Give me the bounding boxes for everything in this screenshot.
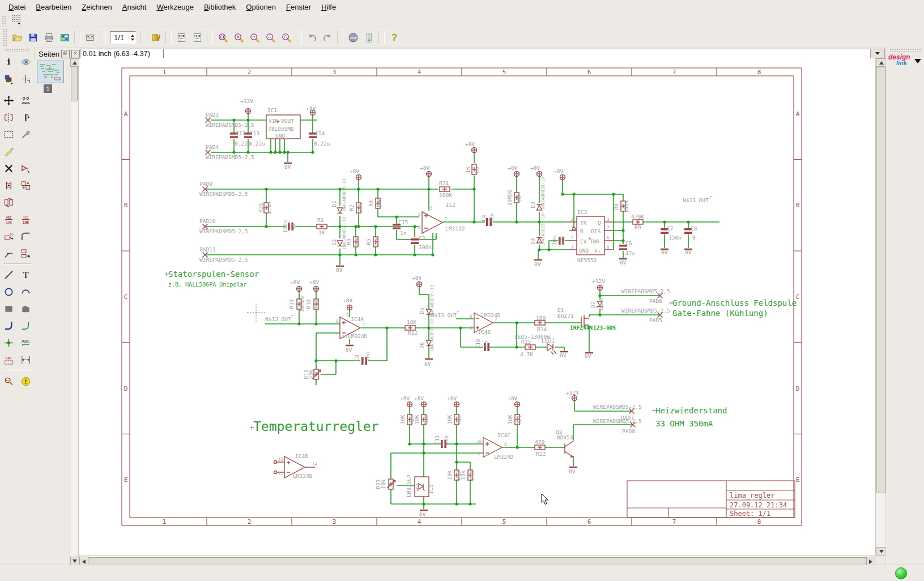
invoke-tool[interactable] [18, 246, 33, 260]
menu-hilfe[interactable]: Hilfe [316, 1, 341, 13]
miter-tool[interactable] [18, 229, 33, 243]
mirror-tool[interactable] [1, 110, 16, 125]
command-input[interactable] [163, 49, 870, 58]
dimension-tool[interactable] [18, 352, 33, 367]
junction-tool[interactable] [1, 335, 16, 350]
zoom-fit-button[interactable] [215, 29, 231, 45]
toolbar-handle-2[interactable] [3, 28, 7, 46]
add-icon [20, 163, 31, 174]
library-button[interactable] [148, 29, 164, 45]
stop-button[interactable]: STOP [345, 29, 361, 45]
label-tool[interactable]: ABC [18, 335, 33, 350]
mark-tool[interactable] [18, 71, 33, 86]
command-dropdown-button[interactable] [870, 49, 885, 58]
page-number-badge[interactable]: 1 [44, 84, 52, 93]
pages-scrollbar[interactable] [70, 58, 78, 565]
zoom-select-button[interactable] [262, 29, 278, 45]
name-tool[interactable]: R210k [1, 212, 16, 227]
schematic-label: +8V [343, 297, 352, 304]
float-panel-button[interactable] [61, 50, 70, 58]
show-tool[interactable] [18, 54, 33, 69]
schematic-canvas[interactable]: 1122334455667788AABBCCDDEE lima_regler 2… [79, 58, 875, 556]
delete-tool[interactable] [1, 161, 16, 176]
ulp-button[interactable]: ULP [189, 29, 205, 45]
menu-optionen[interactable]: Optionen [241, 1, 281, 13]
spin-up-icon[interactable] [131, 35, 134, 37]
menu-werkzeuge[interactable]: Werkzeuge [151, 1, 199, 13]
copy-tool[interactable] [18, 93, 33, 108]
text-tool[interactable]: T [18, 267, 33, 282]
bus-tool[interactable] [1, 318, 16, 333]
cut-tool[interactable] [1, 144, 16, 159]
menu-ansicht[interactable]: Ansicht [117, 1, 152, 13]
smash-icon: R [3, 231, 14, 242]
gateswap-tool[interactable] [18, 178, 33, 193]
wire-tool[interactable] [1, 267, 16, 282]
errors-tool[interactable]: ! [18, 374, 33, 388]
spin-down-icon[interactable] [131, 39, 134, 41]
menu-datei[interactable]: Datei [3, 1, 31, 13]
rotate-tool[interactable] [18, 110, 33, 125]
rect-tool[interactable] [1, 301, 16, 316]
menu-bearbeiten[interactable]: Bearbeiten [31, 1, 76, 13]
toolbar-handle[interactable] [2, 15, 6, 25]
info-tool[interactable]: i [1, 54, 16, 69]
menu-bibliothek[interactable]: Bibliothek [199, 1, 241, 13]
menu-fenster[interactable]: Fenster [281, 1, 316, 13]
save-icon [28, 32, 39, 43]
replace-tool[interactable] [1, 195, 16, 210]
info-icon: i [3, 57, 14, 67]
canvas-hscroll-thumb[interactable] [88, 557, 867, 565]
canvas-vscrollbar[interactable] [875, 58, 886, 556]
canvas-vscroll-thumb[interactable] [876, 67, 885, 493]
schematic-label: 14 [312, 462, 318, 467]
save-button[interactable] [25, 29, 41, 45]
frame-column-label: 8 [757, 518, 761, 526]
open-button[interactable] [9, 29, 25, 45]
scroll-up-button[interactable] [70, 58, 79, 67]
arc-tool[interactable] [18, 284, 33, 299]
schematic-label: IC5 [428, 484, 434, 494]
smash-tool[interactable]: R [1, 229, 16, 243]
board-button[interactable] [82, 29, 98, 45]
palette-handle[interactable] [5, 49, 29, 52]
change-tool[interactable] [18, 127, 33, 142]
move-tool[interactable] [1, 93, 16, 108]
redo-button[interactable] [320, 29, 335, 45]
grid-button[interactable] [8, 12, 24, 28]
value-tool[interactable]: R210k [18, 212, 33, 227]
zoom-in-button[interactable] [231, 29, 246, 45]
print-button[interactable] [41, 29, 57, 45]
group-tool[interactable] [1, 127, 16, 142]
zoom-redraw-button[interactable] [278, 29, 294, 45]
polygon-tool[interactable] [18, 301, 33, 316]
scroll-thumb[interactable] [71, 66, 78, 101]
sheet-selector[interactable]: 1/1 [110, 31, 136, 44]
erc-tool[interactable] [1, 374, 16, 388]
scroll-down-button[interactable] [70, 557, 79, 565]
display-tool[interactable] [1, 71, 16, 86]
add-tool[interactable] [18, 161, 33, 176]
attribute-tool[interactable]: >AT [1, 352, 16, 367]
schematic-label: LM324D [348, 333, 368, 339]
net-tool[interactable] [18, 318, 33, 333]
arrow-left-icon [82, 559, 86, 564]
pinswap-tool[interactable] [1, 178, 16, 193]
frame-column-label: 4 [418, 69, 421, 76]
designlink-dropdown-icon[interactable] [914, 59, 921, 63]
menu-zeichnen[interactable]: Zeichnen [76, 1, 117, 13]
split-tool[interactable] [1, 246, 16, 260]
circle-tool[interactable] [1, 284, 16, 299]
zoom-out-button[interactable] [246, 29, 262, 45]
schematic-label: 10K [374, 237, 380, 246]
help-button[interactable]: ? [386, 29, 402, 45]
traffic-light-button[interactable] [361, 29, 377, 45]
page-thumbnail[interactable] [37, 61, 64, 83]
export-image-button[interactable] [57, 29, 73, 45]
script-button[interactable]: SCR [173, 29, 189, 45]
designlink-logo[interactable]: design link [888, 54, 910, 66]
right-panel-handle[interactable] [889, 48, 921, 52]
schematic-label: D5 [419, 307, 425, 314]
close-panel-button[interactable] [71, 50, 80, 58]
undo-button[interactable] [304, 29, 320, 45]
